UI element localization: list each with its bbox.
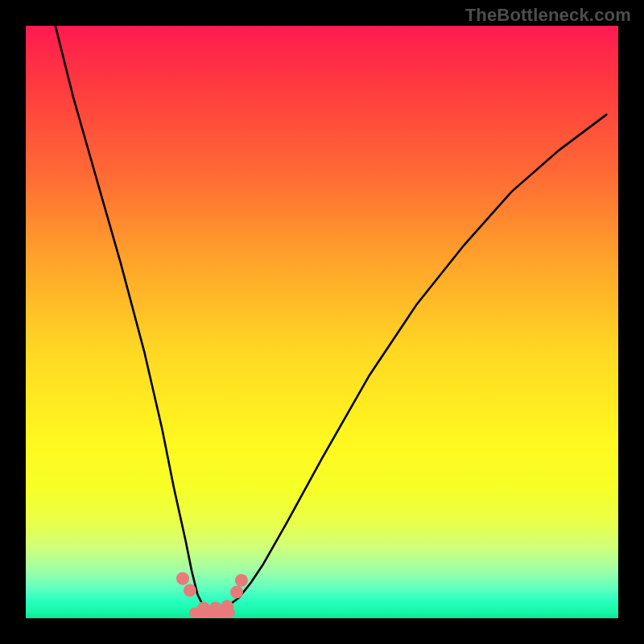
chart-frame: TheBottleneck.com (0, 0, 644, 644)
hotspot-dot (221, 600, 233, 613)
plot-area (26, 26, 618, 618)
hotspot-dot (176, 572, 189, 585)
hotspot-dot (184, 584, 196, 597)
hotspot-dots (176, 572, 248, 615)
hotspot-dot (197, 602, 210, 615)
hotspot-dot (230, 586, 243, 599)
hotspot-dot (209, 602, 222, 615)
hotspot-dot (235, 574, 248, 587)
bottleneck-curve (56, 26, 607, 609)
chart-svg (26, 26, 618, 618)
watermark-text: TheBottleneck.com (465, 5, 631, 26)
